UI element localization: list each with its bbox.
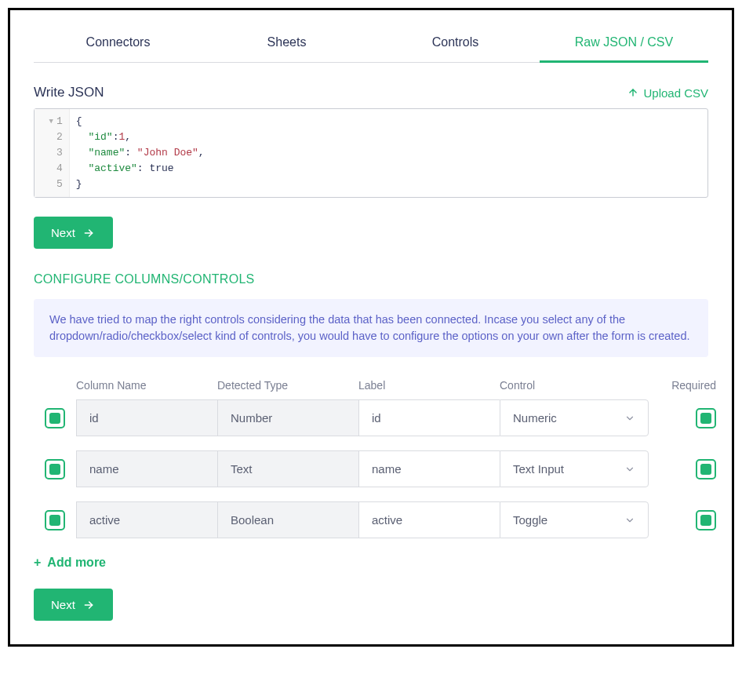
label-value: name [372, 462, 402, 476]
column-name-cell: name [76, 450, 217, 487]
control-value: Text Input [513, 462, 564, 476]
required-checkbox[interactable] [696, 459, 716, 479]
json-key: "active" [88, 162, 136, 174]
control-select[interactable]: Numeric [500, 399, 649, 436]
tab-controls[interactable]: Controls [371, 24, 540, 62]
json-header-row: Write JSON Upload CSV [34, 85, 708, 100]
chevron-down-icon [624, 515, 635, 526]
label-input[interactable]: id [358, 399, 500, 436]
table-header: Column Name Detected Type Label Control … [34, 379, 708, 399]
column-name-value: name [89, 462, 119, 476]
table-row: name Text name Text Input [34, 450, 708, 487]
table-row: id Number id Numeric [34, 399, 708, 436]
detected-type-cell: Number [217, 399, 358, 436]
json-comma: , [198, 147, 205, 159]
th-detected-type: Detected Type [217, 379, 358, 392]
next-button[interactable]: Next [34, 217, 113, 249]
columns-table: Column Name Detected Type Label Control … [34, 379, 708, 538]
th-control: Control [500, 379, 649, 392]
th-label: Label [358, 379, 500, 392]
label-value: id [372, 411, 381, 425]
control-value: Numeric [513, 411, 557, 425]
json-comma: , [125, 131, 131, 143]
label-input[interactable]: active [358, 501, 500, 538]
json-editor[interactable]: ▼1 2 3 4 5 { "id":1, "name": "John Doe",… [34, 108, 708, 198]
json-string: "John Doe" [137, 147, 198, 159]
next-button-label: Next [51, 226, 75, 239]
line-number: 2 [56, 129, 63, 145]
detected-type-cell: Text [217, 450, 358, 487]
line-number: 3 [56, 145, 63, 161]
app-frame: Connectors Sheets Controls Raw JSON / CS… [8, 8, 734, 647]
control-select[interactable]: Text Input [500, 450, 649, 487]
plus-icon: + [34, 556, 41, 570]
json-colon: : [125, 147, 137, 159]
add-more-link[interactable]: + Add more [34, 556, 106, 570]
json-key: "id" [88, 131, 112, 143]
column-name-cell: active [76, 501, 217, 538]
control-value: Toggle [513, 513, 547, 527]
brace-open: { [76, 115, 82, 127]
tab-raw-json-csv[interactable]: Raw JSON / CSV [540, 24, 708, 63]
row-enabled-checkbox[interactable] [45, 459, 65, 479]
arrow-right-icon [82, 228, 96, 239]
label-input[interactable]: name [358, 450, 500, 487]
write-json-label: Write JSON [34, 85, 104, 100]
line-number: 5 [56, 177, 63, 192]
column-name-value: active [89, 513, 120, 527]
label-value: active [372, 513, 402, 527]
arrow-right-icon [82, 600, 96, 611]
json-key: "name" [88, 147, 125, 159]
required-checkbox[interactable] [696, 408, 716, 428]
upload-icon [627, 87, 638, 98]
row-enabled-checkbox[interactable] [45, 510, 65, 530]
json-bool: true [149, 162, 173, 174]
line-number: 1 [56, 114, 63, 129]
add-more-label: Add more [47, 556, 106, 570]
tab-connectors[interactable]: Connectors [34, 24, 202, 62]
line-number: 4 [56, 161, 63, 177]
control-select[interactable]: Toggle [500, 501, 649, 538]
fold-icon[interactable]: ▼ [47, 114, 53, 129]
tab-sheets[interactable]: Sheets [202, 24, 371, 62]
required-checkbox[interactable] [696, 510, 716, 530]
brace-close: } [76, 178, 82, 190]
json-colon: : [137, 162, 150, 174]
next-button-label: Next [51, 598, 75, 611]
editor-gutter: ▼1 2 3 4 5 [35, 109, 70, 197]
th-column-name: Column Name [76, 379, 217, 392]
chevron-down-icon [624, 464, 635, 475]
detected-type-value: Text [231, 462, 253, 476]
upload-csv-text: Upload CSV [643, 86, 708, 100]
configure-columns-heading: CONFIGURE COLUMNS/CONTROLS [34, 272, 708, 286]
detected-type-value: Number [231, 411, 272, 425]
editor-body[interactable]: { "id":1, "name": "John Doe", "active": … [70, 109, 211, 197]
data-source-tabs: Connectors Sheets Controls Raw JSON / CS… [34, 24, 708, 63]
column-name-cell: id [76, 399, 217, 436]
row-enabled-checkbox[interactable] [45, 408, 65, 428]
detected-type-cell: Boolean [217, 501, 358, 538]
chevron-down-icon [624, 413, 635, 424]
mapping-info-box: We have tried to map the right controls … [34, 299, 708, 357]
detected-type-value: Boolean [231, 513, 274, 527]
column-name-value: id [89, 411, 99, 425]
th-required: Required [649, 379, 719, 392]
upload-csv-link[interactable]: Upload CSV [627, 86, 708, 100]
table-row: active Boolean active Toggle [34, 501, 708, 538]
next-button-bottom[interactable]: Next [34, 589, 113, 621]
